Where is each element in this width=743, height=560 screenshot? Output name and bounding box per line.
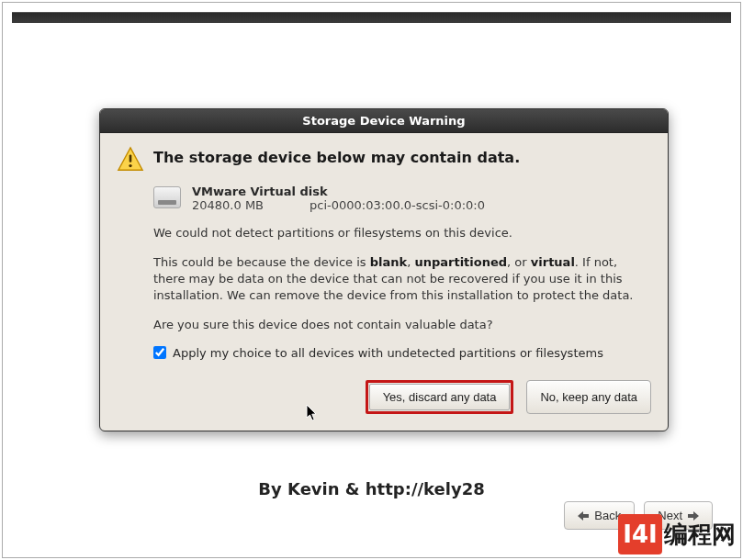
mouse-cursor-icon — [306, 404, 319, 422]
top-dark-bar — [12, 12, 731, 23]
site-name: 编程网 — [664, 519, 736, 551]
discard-button-highlight: Yes, discard any data — [366, 380, 514, 414]
disk-size: 20480.0 MB — [192, 198, 264, 212]
hard-disk-icon — [153, 186, 181, 208]
svg-rect-0 — [129, 154, 132, 162]
apply-all-label: Apply my choice to all devices with unde… — [173, 346, 603, 360]
warning-dialog: Storage Device Warning The storage devic… — [99, 108, 669, 431]
dialog-title: Storage Device Warning — [100, 109, 668, 133]
arrow-left-icon — [578, 511, 589, 521]
credit-text: By Kevin & http://kely28 — [12, 479, 731, 498]
dialog-paragraph-2: This could be because the device is blan… — [153, 254, 651, 304]
disk-name: VMware Virtual disk — [192, 185, 485, 198]
dialog-paragraph-3: Are you sure this device does not contai… — [153, 317, 651, 333]
warning-icon — [117, 146, 144, 174]
site-logo: I4I — [618, 514, 662, 554]
disk-pci-path: pci-0000:03:00.0-scsi-0:0:0:0 — [310, 198, 485, 212]
dialog-heading: The storage device below may contain dat… — [153, 146, 520, 166]
apply-all-checkbox-row[interactable]: Apply my choice to all devices with unde… — [153, 346, 651, 360]
svg-point-1 — [129, 164, 131, 167]
keep-button[interactable]: No, keep any data — [526, 380, 651, 414]
dialog-paragraph-1: We could not detect partitions or filesy… — [153, 225, 651, 241]
apply-all-checkbox[interactable] — [153, 346, 166, 359]
discard-button[interactable]: Yes, discard any data — [369, 384, 511, 410]
